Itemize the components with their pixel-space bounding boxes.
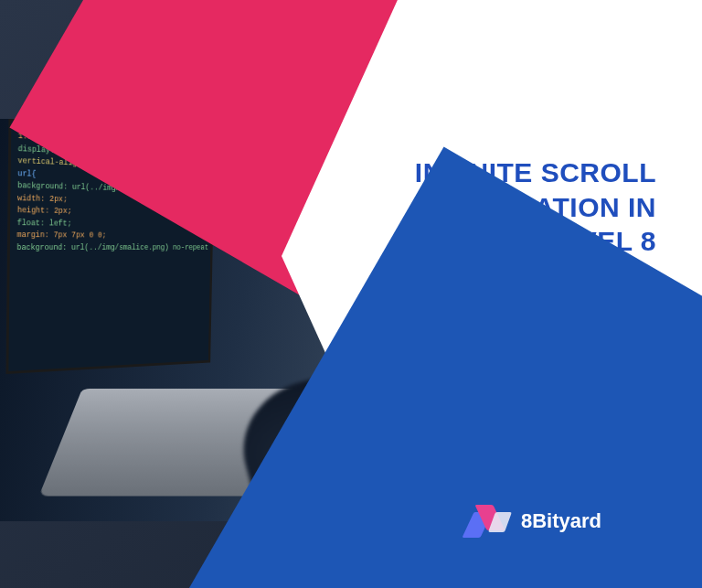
brand-name: 8Bityard [521,509,601,533]
code-line: background: url(../img/smalice.png) no-r… [16,242,205,254]
brand-logo-icon [468,505,508,538]
brand-block: 8Bityard [468,505,601,538]
promo-graphic: 1:size: 2.9px; display: inline-block; ve… [0,0,702,588]
code-line: margin: 7px 7px 0 0; [16,230,205,242]
